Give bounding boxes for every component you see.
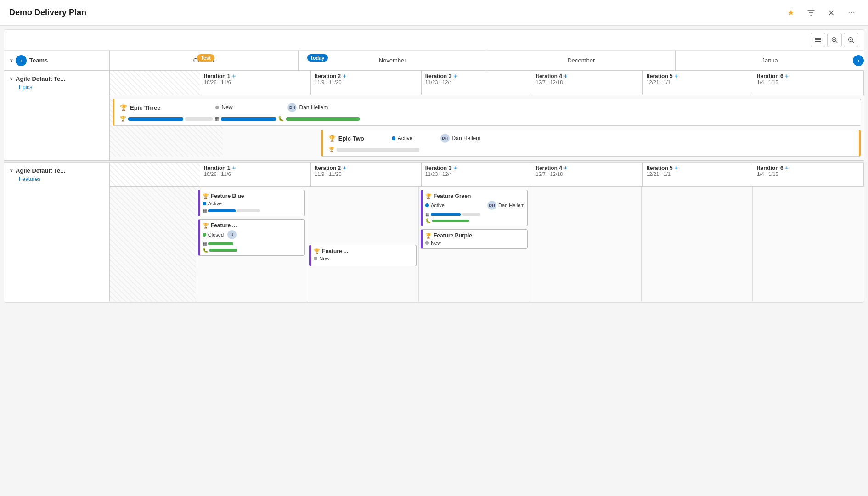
add-iter6-button[interactable]: + bbox=[785, 73, 789, 79]
add-iter3-button[interactable]: + bbox=[453, 73, 457, 79]
team1-name: ∨ Agile Default Te... bbox=[10, 75, 104, 82]
feature-blue2-bars: ▦ 🐛 bbox=[203, 241, 302, 253]
feature-blue3-card[interactable]: 🏆 Feature ... New bbox=[309, 245, 417, 266]
team2-chevron[interactable]: ∨ bbox=[10, 168, 13, 173]
team1-sidebar: ∨ Agile Default Te... Epics bbox=[4, 71, 110, 160]
team2-row: ∨ Agile Default Te... Features Iteration… bbox=[4, 163, 864, 302]
test-marker: Test bbox=[197, 54, 214, 62]
blue3-status-dot bbox=[314, 257, 317, 260]
today-marker: today bbox=[307, 54, 328, 62]
status-dot-new bbox=[215, 106, 219, 109]
team2-name: ∨ Agile Default Te... bbox=[10, 167, 104, 174]
zoom-in-button[interactable] bbox=[844, 33, 858, 47]
features-iter5-col bbox=[642, 187, 753, 302]
month-january: Janua bbox=[676, 51, 864, 70]
favorite-button[interactable]: ★ bbox=[783, 6, 798, 20]
fg-bar1 bbox=[431, 213, 461, 216]
green-status-dot bbox=[425, 203, 429, 207]
t2-add-iter6-button[interactable]: + bbox=[785, 164, 789, 171]
t2-add-iter4-button[interactable]: + bbox=[564, 164, 568, 171]
epic-two-avatar: DH bbox=[440, 134, 450, 143]
epic-three-area: 🏆 Epic Three New DH Dan Hellem bbox=[110, 99, 864, 157]
svg-rect-0 bbox=[815, 38, 821, 39]
bar-icon2: ▦ bbox=[214, 116, 219, 122]
epic-three-header: 🏆 Epic Three New DH Dan Hellem bbox=[120, 103, 855, 112]
more-button[interactable]: ⋯ bbox=[844, 6, 859, 20]
month-december: December bbox=[487, 51, 676, 70]
t2-add-iter1-button[interactable]: + bbox=[232, 164, 236, 171]
epic-two-assignee-name: Dan Hellem bbox=[452, 135, 481, 141]
feature-blue3-title: 🏆 Feature ... bbox=[314, 248, 413, 254]
features-iter6-col bbox=[753, 187, 864, 302]
epic-three-name: Epic Three bbox=[130, 104, 160, 111]
feature-purple-card[interactable]: 🏆 Feature Purple New bbox=[421, 229, 528, 249]
team2-iteration-headers: Iteration 1 + 10/26 - 11/6 Iteration 2 +… bbox=[110, 163, 864, 187]
fb-bar-row1: ▦ bbox=[203, 208, 302, 213]
epic-three-card[interactable]: 🏆 Epic Three New DH Dan Hellem bbox=[113, 99, 861, 126]
collapse-button[interactable] bbox=[824, 6, 839, 20]
epic-two-bars: 🏆 bbox=[328, 147, 855, 152]
svg-rect-1 bbox=[815, 39, 821, 40]
fb2-bar-icon1: ▦ bbox=[203, 241, 207, 246]
nav-forward-button[interactable]: › bbox=[853, 55, 864, 66]
t2-add-iter3-button[interactable]: + bbox=[453, 164, 457, 171]
feature-green-title: 🏆 Feature Green bbox=[425, 193, 525, 199]
fb2-bar1 bbox=[208, 242, 233, 245]
epic-two-right-accent bbox=[859, 130, 861, 156]
epic-two-card[interactable]: 🏆 Epic Two Active DH Dan Hellem bbox=[321, 130, 861, 157]
nav-back-button[interactable]: ‹ bbox=[16, 55, 27, 66]
trophy-blue2-icon: 🏆 bbox=[203, 223, 209, 229]
feature-green-card[interactable]: 🏆 Feature Green Active DH bbox=[421, 190, 528, 226]
feature-green-bars: ▦ 🐛 bbox=[425, 212, 525, 223]
epic-two-bar bbox=[337, 148, 419, 152]
team2-iter-2: Iteration 2 + 11/9 - 11/20 bbox=[311, 163, 422, 186]
blue2-status-dot bbox=[203, 233, 206, 237]
feature-blue-card[interactable]: 🏆 Feature Blue Active ▦ bbox=[198, 190, 305, 216]
features-iter1-col: 🏆 Feature Blue Active ▦ bbox=[196, 187, 308, 302]
team1-chevron[interactable]: ∨ bbox=[10, 76, 13, 81]
month-headers: October November December Janua bbox=[110, 51, 864, 70]
feature-blue-status: Active bbox=[203, 201, 302, 206]
zoom-out-button[interactable] bbox=[827, 33, 842, 47]
feature-blue2-card[interactable]: 🏆 Feature ... Closed U bbox=[198, 219, 305, 256]
fb2-bar2 bbox=[209, 249, 237, 252]
top-bar-icons: ★ ⋯ bbox=[783, 6, 859, 20]
add-iter5-button[interactable]: + bbox=[675, 73, 678, 79]
team2-section: ∨ Agile Default Te... Features Iteration… bbox=[4, 163, 864, 302]
features-iter3-col: 🏆 Feature Green Active DH bbox=[419, 187, 530, 302]
team1-section: ∨ Agile Default Te... Epics Iteration 1 … bbox=[4, 71, 864, 161]
svg-line-7 bbox=[852, 41, 854, 43]
trophy-purple-icon: 🏆 bbox=[425, 233, 432, 239]
bug-bar-icon: 🐛 bbox=[278, 116, 284, 122]
trophy-bar-icon: 🏆 bbox=[120, 116, 126, 122]
epic-three-assignee-name: Dan Hellem bbox=[299, 104, 328, 111]
feature-green-assignee: DH Dan Hellem bbox=[487, 201, 524, 210]
main-container: Test today ∨ ‹ Teams October November De… bbox=[4, 29, 864, 303]
epic-three-bar1-bg bbox=[185, 117, 213, 121]
team1-iter-6: Iteration 6 + 1/4 - 1/15 bbox=[753, 71, 864, 95]
t2-add-iter2-button[interactable]: + bbox=[343, 164, 346, 171]
filter-button[interactable] bbox=[804, 6, 818, 20]
trophy-blue3-icon: 🏆 bbox=[314, 248, 320, 254]
team2-sidebar: ∨ Agile Default Te... Features bbox=[4, 163, 110, 302]
fg-bar2 bbox=[432, 220, 469, 222]
add-iter4-button[interactable]: + bbox=[564, 73, 568, 79]
fb2-bar-row2: 🐛 bbox=[203, 248, 302, 253]
t2-add-iter5-button[interactable]: + bbox=[675, 164, 678, 171]
teams-chevron[interactable]: ∨ bbox=[10, 58, 13, 63]
team2-iter-1: Iteration 1 + 10/26 - 11/6 bbox=[200, 163, 311, 186]
fb-bar-icon1: ▦ bbox=[203, 208, 207, 213]
epic-three-bar2 bbox=[221, 117, 276, 121]
epic-three-status: New bbox=[215, 104, 232, 111]
add-iter1-button[interactable]: + bbox=[232, 73, 236, 79]
feature-green-status-row: Active DH Dan Hellem bbox=[425, 201, 525, 210]
feature-purple-status: New bbox=[425, 240, 525, 246]
add-iter2-button[interactable]: + bbox=[343, 73, 346, 79]
epic-three-bar1 bbox=[128, 117, 183, 121]
team2-features-link[interactable]: Features bbox=[10, 176, 104, 182]
collapse-rows-button[interactable] bbox=[811, 33, 825, 47]
timeline-header: ∨ ‹ Teams October November December Janu… bbox=[4, 51, 864, 71]
trophy-icon-epic2: 🏆 bbox=[328, 135, 336, 142]
team1-epics-link[interactable]: Epics bbox=[10, 84, 104, 90]
fb-bar1 bbox=[208, 209, 236, 212]
